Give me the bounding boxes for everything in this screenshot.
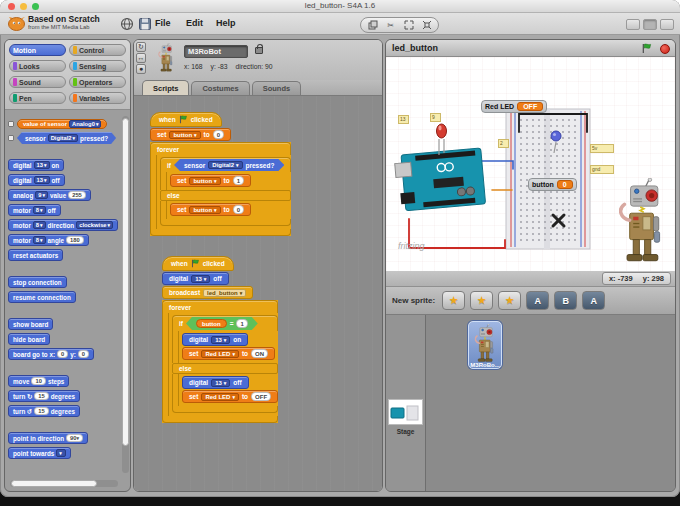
save-disk-icon[interactable] bbox=[138, 17, 152, 31]
block-if-else[interactable]: if button = 1 bbox=[172, 315, 278, 413]
palette-block[interactable]: turn ↺15degrees bbox=[8, 405, 127, 417]
watcher-red-led[interactable]: Red LED OFF bbox=[481, 100, 547, 113]
stage-thumbnail[interactable] bbox=[388, 399, 423, 425]
dropdown[interactable]: Analog0 bbox=[69, 120, 101, 128]
palette-block[interactable]: stop connection bbox=[8, 276, 127, 288]
block-forever[interactable]: forever if button = 1 bbox=[162, 300, 278, 423]
sprite-card-selected[interactable]: M3RoBo... bbox=[468, 321, 502, 369]
block-when-flag-clicked[interactable]: when clicked bbox=[150, 112, 222, 127]
watcher-checkbox[interactable] bbox=[8, 121, 14, 127]
variable-dropdown[interactable]: button bbox=[189, 177, 220, 185]
palette-block[interactable]: hide board bbox=[8, 333, 127, 345]
watcher-checkbox[interactable] bbox=[8, 135, 14, 141]
cut-scissors-tool-button[interactable]: ✂ bbox=[383, 19, 398, 31]
small-stage-view-button[interactable] bbox=[626, 19, 640, 30]
dropdown[interactable] bbox=[56, 449, 66, 457]
tab-costumes[interactable]: Costumes bbox=[191, 81, 249, 95]
sprite-extra-button-c[interactable]: A bbox=[582, 291, 605, 310]
palette-block[interactable]: board go to x:0y:0 bbox=[8, 348, 127, 360]
dropdown[interactable]: clockwise bbox=[76, 221, 113, 229]
palette-block[interactable]: motor8off bbox=[8, 204, 127, 216]
block-digital-off[interactable]: digital 13 off bbox=[182, 376, 249, 389]
dropdown[interactable]: 8 bbox=[33, 221, 46, 229]
menu-help[interactable]: Help bbox=[216, 18, 236, 28]
category-variables[interactable]: Variables bbox=[69, 92, 126, 104]
category-looks[interactable]: Looks bbox=[9, 60, 66, 72]
category-operators[interactable]: Operators bbox=[69, 76, 126, 88]
pin-dropdown[interactable]: 13 bbox=[211, 336, 230, 344]
block-digital-on[interactable]: digital 13 on bbox=[182, 333, 248, 346]
value-input[interactable]: ON bbox=[251, 349, 268, 358]
value-input[interactable]: 15 bbox=[34, 407, 48, 415]
menu-file[interactable]: File bbox=[155, 18, 171, 28]
value-input[interactable]: 180 bbox=[66, 236, 84, 244]
dropdown[interactable]: Digital2 bbox=[48, 134, 78, 142]
palette-block[interactable]: sensorDigital2pressed? bbox=[8, 132, 127, 144]
category-sound[interactable]: Sound bbox=[9, 76, 66, 88]
variable-dropdown[interactable]: button bbox=[169, 131, 200, 139]
tab-sounds[interactable]: Sounds bbox=[252, 81, 302, 95]
block-set-variable[interactable]: set button to 0 bbox=[150, 128, 231, 141]
left-right-style-button[interactable]: ↔ bbox=[136, 53, 146, 63]
palette-block[interactable]: show board bbox=[8, 318, 127, 330]
menu-edit[interactable]: Edit bbox=[186, 18, 203, 28]
palette-block[interactable]: reset actuators bbox=[8, 249, 127, 261]
scripts-area[interactable]: when clicked set button to 0 forever bbox=[134, 96, 382, 491]
block-broadcast[interactable]: broadcast led_button bbox=[162, 286, 253, 299]
palette-block[interactable]: turn ↻15degrees bbox=[8, 390, 127, 402]
block-set-variable[interactable]: set Red LED to ON bbox=[182, 347, 275, 360]
palette-block[interactable]: digital13off bbox=[8, 174, 127, 186]
open-sprite-button[interactable]: ★ bbox=[470, 291, 493, 310]
value-input[interactable]: 15 bbox=[34, 392, 48, 400]
broadcast-dropdown[interactable]: led_button bbox=[203, 289, 246, 297]
dropdown[interactable]: 8 bbox=[33, 206, 46, 214]
category-motion[interactable]: Motion bbox=[9, 44, 66, 56]
tab-scripts[interactable]: Scripts bbox=[142, 80, 189, 95]
variable-dropdown[interactable]: Red LED bbox=[201, 350, 239, 358]
value-input[interactable]: 1 bbox=[236, 319, 247, 328]
variable-dropdown[interactable]: Red LED bbox=[201, 393, 239, 401]
normal-stage-view-button[interactable] bbox=[643, 19, 657, 30]
language-globe-icon[interactable] bbox=[120, 17, 134, 31]
rotate-style-button[interactable]: ↻ bbox=[136, 42, 146, 52]
palette-block[interactable]: motor8angle180 bbox=[8, 234, 127, 246]
block-if-else[interactable]: if sensor Digital2 pressed? bbox=[160, 157, 291, 226]
value-input[interactable]: 0 bbox=[233, 205, 244, 214]
value-input[interactable]: 1 bbox=[233, 176, 244, 185]
surprise-sprite-button[interactable]: ★ bbox=[498, 291, 521, 310]
shrink-sprite-tool-button[interactable] bbox=[419, 19, 434, 31]
variable-dropdown[interactable]: button bbox=[189, 206, 220, 214]
palette-vertical-scrollbar[interactable] bbox=[122, 116, 129, 473]
value-input[interactable]: OFF bbox=[251, 392, 271, 401]
palette-block[interactable]: motor8directionclockwise bbox=[8, 219, 127, 231]
value-input[interactable]: 0 bbox=[78, 350, 89, 358]
value-input[interactable]: 0 bbox=[213, 130, 224, 139]
duplicate-stamp-tool-button[interactable] bbox=[365, 19, 380, 31]
value-input[interactable]: 90 bbox=[66, 434, 83, 442]
block-when-flag-clicked[interactable]: when clicked bbox=[162, 256, 234, 271]
watcher-button[interactable]: button 0 bbox=[528, 178, 577, 191]
block-set-variable[interactable]: set button to 1 bbox=[170, 174, 251, 187]
dropdown[interactable]: 9 bbox=[35, 191, 48, 199]
sprite-extra-button-b[interactable]: B bbox=[554, 291, 577, 310]
sprite-name-field[interactable]: M3RoBot bbox=[184, 45, 248, 58]
category-control[interactable]: Control bbox=[69, 44, 126, 56]
scrollbar-thumb[interactable] bbox=[11, 480, 97, 487]
dropdown[interactable]: 13 bbox=[34, 176, 50, 184]
palette-block[interactable]: digital13on bbox=[8, 159, 127, 171]
block-sensor-pressed[interactable]: sensor Digital2 pressed? bbox=[174, 159, 284, 171]
palette-block[interactable]: point towards bbox=[8, 447, 127, 459]
category-pen[interactable]: Pen bbox=[9, 92, 66, 104]
block-forever[interactable]: forever if sensor Digital2 pr bbox=[150, 142, 291, 236]
block-set-variable[interactable]: set Red LED to OFF bbox=[182, 390, 278, 403]
palette-block[interactable]: point in direction90 bbox=[8, 432, 127, 444]
paint-new-sprite-button[interactable]: ★ bbox=[442, 291, 465, 310]
grow-sprite-tool-button[interactable] bbox=[401, 19, 416, 31]
dropdown[interactable]: 8 bbox=[33, 236, 46, 244]
green-flag-button[interactable] bbox=[641, 43, 653, 54]
sensor-dropdown[interactable]: Digital2 bbox=[208, 161, 242, 169]
presentation-mode-button[interactable] bbox=[660, 19, 674, 30]
sprite-extra-button-a[interactable]: A bbox=[526, 291, 549, 310]
stage[interactable]: Red LED OFF button 0 13925vgnd fritzing bbox=[386, 57, 675, 271]
palette-block[interactable]: move10steps bbox=[8, 375, 127, 387]
